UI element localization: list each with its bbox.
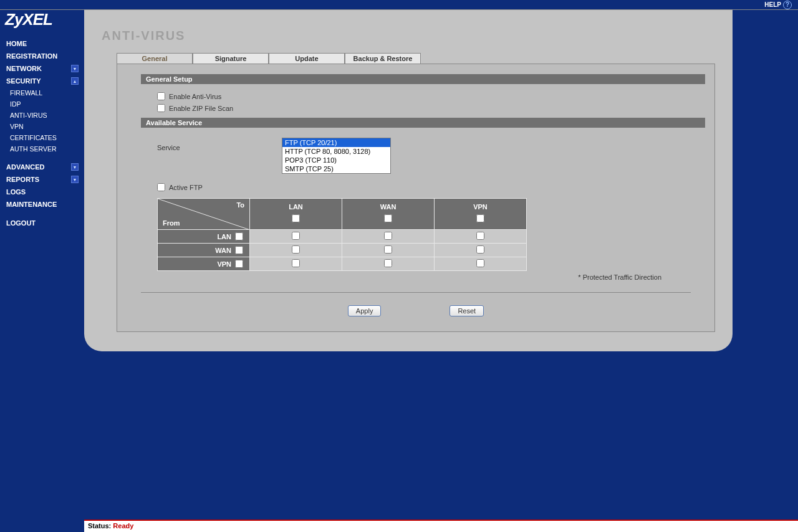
matrix-col-header: LAN bbox=[250, 199, 342, 230]
matrix-cell bbox=[342, 230, 435, 244]
matrix-row-header: WAN bbox=[158, 244, 250, 257]
status-value: Ready bbox=[113, 522, 133, 530]
reset-button[interactable]: Reset bbox=[449, 305, 484, 316]
page-title: ANTI-VIRUS bbox=[102, 29, 715, 43]
matrix-cell-checkbox[interactable] bbox=[292, 232, 300, 240]
help-icon: ? bbox=[783, 1, 792, 9]
nav-home[interactable]: HOME bbox=[5, 37, 80, 50]
subnav-certificates[interactable]: CERTIFICATES bbox=[5, 132, 80, 143]
matrix-cell-checkbox[interactable] bbox=[384, 232, 392, 240]
nav-label: SECURITY bbox=[6, 77, 41, 85]
tab-backup-restore[interactable]: Backup & Restore bbox=[345, 53, 421, 64]
tab-signature[interactable]: Signature bbox=[193, 53, 269, 64]
matrix-cell bbox=[342, 244, 435, 257]
matrix-col-checkbox[interactable] bbox=[476, 214, 484, 222]
tab-update[interactable]: Update bbox=[269, 53, 345, 64]
chevron-down-icon: ▼ bbox=[71, 176, 79, 183]
help-link[interactable]: HELP ? bbox=[764, 1, 792, 9]
enable-zip-checkbox[interactable] bbox=[157, 104, 165, 112]
tab-general[interactable]: General bbox=[117, 53, 193, 64]
active-ftp-checkbox[interactable] bbox=[157, 183, 165, 191]
enable-antivirus-label: Enable Anti-Virus bbox=[169, 93, 221, 100]
matrix-row-checkbox[interactable] bbox=[235, 260, 243, 268]
nav-registration[interactable]: REGISTRATION bbox=[5, 50, 80, 62]
matrix-row-header: LAN bbox=[158, 230, 250, 244]
apply-button[interactable]: Apply bbox=[348, 305, 382, 316]
tab-row: GeneralSignatureUpdateBackup & Restore bbox=[117, 53, 715, 64]
subnav-vpn[interactable]: VPN bbox=[5, 121, 80, 132]
status-label: Status: bbox=[88, 522, 111, 530]
chevron-up-icon: ▲ bbox=[71, 77, 79, 85]
subnav-firewall[interactable]: FIREWALL bbox=[5, 87, 80, 98]
section-available-service: Available Service bbox=[141, 118, 705, 128]
matrix-cell bbox=[435, 257, 527, 271]
nav-advanced[interactable]: ADVANCED▼ bbox=[5, 161, 80, 173]
matrix-cell-checkbox[interactable] bbox=[384, 245, 392, 254]
active-ftp-label: Active FTP bbox=[169, 184, 203, 191]
subnav-auth-server[interactable]: AUTH SERVER bbox=[5, 143, 80, 154]
nav-label: REGISTRATION bbox=[6, 52, 57, 60]
matrix-cell bbox=[435, 244, 527, 257]
matrix-col-header: VPN bbox=[435, 199, 527, 230]
matrix-row-checkbox[interactable] bbox=[235, 246, 243, 254]
matrix-cell bbox=[342, 257, 435, 271]
matrix-cell-checkbox[interactable] bbox=[476, 232, 484, 240]
matrix-cell bbox=[250, 244, 342, 257]
section-general-setup: General Setup bbox=[141, 74, 705, 84]
nav-maintenance[interactable]: MAINTENANCE bbox=[5, 198, 80, 211]
matrix-col-checkbox[interactable] bbox=[384, 214, 392, 222]
content-panel: ANTI-VIRUS GeneralSignatureUpdateBackup … bbox=[84, 10, 733, 351]
footnote: * Protected Traffic Direction bbox=[130, 273, 661, 281]
enable-zip-label: Enable ZIP File Scan bbox=[169, 105, 233, 112]
nav-logs[interactable]: LOGS bbox=[5, 186, 80, 198]
chevron-down-icon: ▼ bbox=[71, 65, 79, 72]
service-option[interactable]: FTP (TCP 20/21) bbox=[282, 138, 390, 147]
matrix-cell bbox=[250, 230, 342, 244]
matrix-cell-checkbox[interactable] bbox=[384, 259, 392, 267]
traffic-matrix: ToFromLANWANVPNLANWANVPN bbox=[157, 198, 527, 271]
service-option[interactable]: POP3 (TCP 110) bbox=[282, 156, 390, 164]
matrix-col-checkbox[interactable] bbox=[292, 214, 300, 222]
brand-logo: ZyXEL bbox=[5, 10, 52, 29]
matrix-to-label: To bbox=[236, 201, 244, 209]
matrix-row-checkbox[interactable] bbox=[235, 232, 243, 240]
service-listbox[interactable]: FTP (TCP 20/21)HTTP (TCP 80, 8080, 3128)… bbox=[282, 138, 391, 174]
matrix-col-header: WAN bbox=[342, 199, 435, 230]
divider bbox=[141, 292, 691, 293]
nav-reports[interactable]: REPORTS▼ bbox=[5, 173, 80, 186]
matrix-cell bbox=[435, 230, 527, 244]
service-option[interactable]: HTTP (TCP 80, 8080, 3128) bbox=[282, 147, 390, 156]
status-bar: Status: Ready bbox=[84, 520, 798, 532]
nav-label: MAINTENANCE bbox=[6, 201, 57, 208]
subnav-idp[interactable]: IDP bbox=[5, 98, 80, 110]
tab-content: General Setup Enable Anti-Virus Enable Z… bbox=[117, 64, 715, 332]
matrix-cell-checkbox[interactable] bbox=[292, 245, 300, 254]
enable-antivirus-checkbox[interactable] bbox=[157, 92, 165, 100]
matrix-cell-checkbox[interactable] bbox=[292, 259, 300, 267]
matrix-cell bbox=[250, 257, 342, 271]
nav-label: ADVANCED bbox=[6, 163, 45, 171]
nav-label: LOGOUT bbox=[6, 219, 36, 227]
nav-label: NETWORK bbox=[6, 65, 42, 72]
nav-label: LOGS bbox=[6, 188, 26, 196]
nav-security[interactable]: SECURITY▲ bbox=[5, 75, 80, 87]
matrix-cell-checkbox[interactable] bbox=[476, 245, 484, 254]
help-label: HELP bbox=[764, 1, 781, 8]
nav-network[interactable]: NETWORK▼ bbox=[5, 62, 80, 75]
nav-label: REPORTS bbox=[6, 176, 39, 183]
matrix-from-label: From bbox=[163, 219, 180, 227]
matrix-corner: ToFrom bbox=[158, 199, 250, 230]
matrix-row-header: VPN bbox=[158, 257, 250, 271]
service-option[interactable]: SMTP (TCP 25) bbox=[282, 164, 390, 173]
matrix-cell-checkbox[interactable] bbox=[476, 259, 484, 267]
nav-logout[interactable]: LOGOUT bbox=[5, 217, 80, 229]
service-label: Service bbox=[157, 138, 282, 151]
subnav-anti-virus[interactable]: ANTI-VIRUS bbox=[5, 110, 80, 121]
sidebar: HOMEREGISTRATIONNETWORK▼SECURITY▲FIREWAL… bbox=[5, 37, 80, 229]
nav-label: HOME bbox=[6, 40, 27, 47]
chevron-down-icon: ▼ bbox=[71, 163, 79, 171]
